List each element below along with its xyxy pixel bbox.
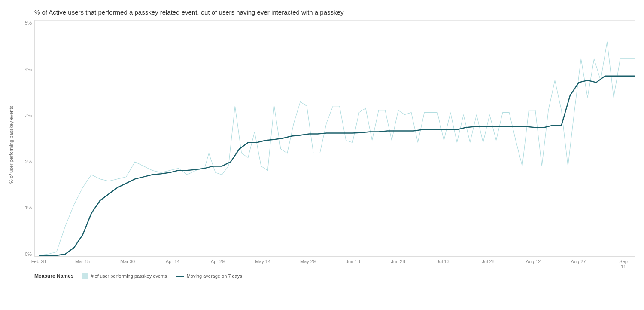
x-tick-jul28: Jul 28 (482, 259, 494, 264)
legend-raw-icon (82, 273, 88, 279)
x-tick-may29: May 29 (300, 259, 316, 264)
legend-title: Measure Names (34, 273, 73, 279)
y-tick-5: 5% (25, 20, 32, 25)
legend-item-raw: # of user performing passkey events (82, 273, 167, 279)
grid-line-4 (35, 68, 635, 68)
grid-line-2 (35, 162, 635, 162)
x-tick-jul13: Jul 13 (437, 259, 449, 264)
legend-item-moving-avg: Moving average on 7 days (176, 273, 242, 279)
moving-avg-line (39, 76, 635, 255)
x-tick-mar30: Mar 30 (120, 259, 135, 264)
x-axis: Feb 28 Mar 15 Mar 30 Apr 14 Apr 29 May 1… (34, 257, 635, 270)
x-tick-feb28: Feb 28 (31, 259, 46, 264)
y-axis: 5% 4% 3% 2% 1% 0% (17, 20, 34, 257)
chart-svg (35, 20, 635, 256)
grid-line-1 (35, 209, 635, 209)
y-tick-0: 0% (25, 252, 32, 257)
x-tick-apr14: Apr 14 (166, 259, 179, 264)
y-tick-2: 2% (25, 159, 32, 164)
legend-moving-avg-icon (176, 276, 184, 277)
chart-inner: 5% 4% 3% 2% 1% 0% (17, 20, 635, 270)
x-tick-aug12: Aug 12 (526, 259, 541, 264)
x-tick-may14: May 14 (255, 259, 270, 264)
legend-raw-label: # of user performing passkey events (91, 273, 167, 279)
legend: Measure Names # of user performing passk… (9, 273, 635, 279)
y-tick-4: 4% (25, 67, 32, 72)
x-tick-apr29: Apr 29 (211, 259, 225, 264)
x-tick-jun13: Jun 13 (346, 259, 360, 264)
chart-area: % of user performing passkey events 5% 4… (9, 20, 635, 270)
x-tick-aug27: Aug 27 (571, 259, 586, 264)
x-tick-mar15: Mar 15 (75, 259, 90, 264)
grid-line-5 (35, 20, 635, 21)
chart-title: % of Active users that performed a passk… (9, 9, 635, 16)
legend-moving-avg-label: Moving average on 7 days (187, 273, 242, 279)
plot-area (34, 20, 635, 257)
y-axis-label: % of user performing passkey events (9, 20, 17, 270)
grid-line-3 (35, 115, 635, 115)
y-tick-3: 3% (25, 113, 32, 118)
raw-data-line (39, 42, 635, 255)
y-tick-1: 1% (25, 205, 32, 210)
x-tick-jun28: Jun 28 (391, 259, 405, 264)
chart-container: % of Active users that performed a passk… (0, 0, 644, 310)
x-tick-sep11: Sep 11 (617, 259, 629, 269)
